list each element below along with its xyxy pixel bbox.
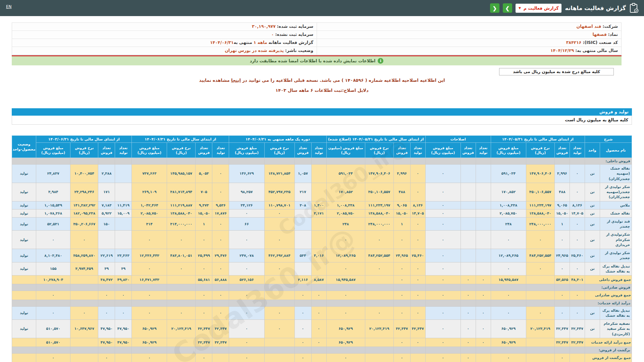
cell: ۰ [393, 291, 410, 300]
cell: ۲۴,۸۳۷ [36, 165, 70, 183]
cell [36, 284, 70, 291]
total-label: جمع فروش صادراتی [585, 291, 632, 300]
cell [115, 300, 132, 306]
cell: ۰ [229, 354, 264, 362]
cell [461, 165, 476, 183]
info-fiscal-year: سال مالی منتهی به: ۱۴۰۴/۱۲/۲۹ [317, 47, 621, 55]
cell: ۸,۵۸۷ [311, 275, 326, 284]
cell: ۲۴۸ [491, 217, 526, 230]
cell: ۴۹,۸۳۰ [115, 275, 132, 284]
next-report-button[interactable]: ❯ [503, 3, 512, 13]
cell: ۰ [264, 320, 294, 338]
cell [570, 284, 585, 291]
status-cell [12, 354, 36, 362]
cell [461, 158, 476, 165]
cell: ۲۴۷,۰۷۸ [229, 249, 264, 262]
cell: ۰ [229, 262, 264, 275]
cell: ۰ [132, 262, 167, 275]
cell [294, 262, 311, 275]
cell [526, 284, 554, 291]
cell [410, 158, 425, 165]
cell: ۳,۱۷۱ [311, 209, 326, 217]
section-label: فروش صادراتی: [585, 284, 632, 291]
cell [461, 231, 476, 249]
previous-report-button[interactable]: ❮ [490, 3, 499, 13]
product-name-cell: شکر تولیدي از چغندر(سهمیه چغندرکاران) [600, 183, 632, 201]
cell: ۰ [365, 231, 393, 249]
cell: ۰ [425, 275, 461, 284]
cell: ۰ [326, 354, 365, 362]
cell: ۱۷,۸۷۶ [212, 209, 229, 217]
cell [461, 347, 476, 354]
cell [311, 217, 326, 230]
cell: ۲۵,۴۹۹ [196, 249, 212, 262]
cell: ۲۴۸,۰۰۰,۰۰۰ [365, 217, 393, 230]
cell: ۱۵,۰۵۰ [393, 209, 410, 217]
cell [461, 209, 476, 217]
header-sub-nerkh: نرخ فروش (ریال) [264, 143, 294, 158]
cell [229, 347, 264, 354]
cell [461, 249, 476, 262]
cell: ۰ [294, 306, 311, 319]
cell: ۱۴۷,۹۰۶,۴۰۶ [365, 165, 393, 183]
cell: ۶۵۰,۹۲۹ [491, 320, 526, 338]
cell: ۱۳۸,۵۸۸,۰۴۰ [365, 209, 393, 217]
cell [115, 158, 132, 165]
cell: ۳۲,۳۴۷ [196, 320, 212, 338]
cell: ۰ [425, 262, 461, 275]
table-row: تبدیل تفاله پرک به تفاله خشکتن۰۰۰۰۰۰۰۰۰۰… [12, 306, 632, 319]
cell: ۰ [365, 262, 393, 275]
product-name-cell: تبدیل تفاله پرک به تفاله خشک [600, 262, 632, 275]
cell: ۵,۰۵۳ [196, 165, 212, 183]
header-sub-mablagh: مبلغ فروش (میلیون ریال) [425, 143, 461, 158]
header-desc: شرح [585, 136, 632, 143]
cell: ۳۲,۳۴۷ [196, 338, 212, 347]
table-row: فروش داخلی: [12, 158, 632, 165]
cell [461, 300, 476, 306]
cell [425, 347, 461, 354]
cell: ۰ [410, 291, 425, 300]
cell: ۰ [410, 183, 425, 201]
header-sub-forush: تعداد فروش [393, 143, 410, 158]
unit-cell: تن [585, 183, 600, 201]
header-group-g0631: از ابتدای سال مالی تا تاریخ ۱۴۰۴/۰۶/۳۱ [132, 136, 229, 143]
report-type-dropdown[interactable]: گزارش فعالیت م ▼ [516, 4, 562, 13]
table-row: فروش صادراتی: [12, 284, 632, 291]
header-group-eslahat: اصلاحات [425, 136, 491, 143]
cell [570, 300, 585, 306]
cell: ۰ [554, 306, 570, 319]
cell [425, 284, 461, 291]
cell: ۰ [212, 183, 229, 201]
cell: ۰ [36, 306, 70, 319]
cell [476, 347, 491, 354]
cell: ۱۵,۹۴۵,۵۸۷ [491, 275, 526, 284]
header-sub-tolid: تعداد تولید [212, 143, 229, 158]
cell: ۵۵,۶۸۱ [196, 275, 212, 284]
cell: ۰ [98, 291, 115, 300]
cell: ۵۱۰,۵۷۰ [36, 338, 70, 347]
cell: ۸,۱۳۶ [570, 201, 585, 209]
cell [196, 284, 212, 291]
cell: ۰ [491, 291, 526, 300]
cell: ۰ [570, 231, 585, 249]
cell [476, 217, 491, 230]
cell: ۵۲,۵۳۱ [36, 217, 70, 230]
cell [294, 158, 311, 165]
header-sub-tolid: تعداد تولید [410, 143, 425, 158]
cell: ۵۹۱,۰۳۴ [326, 165, 365, 183]
cell: ۳۴,۱۲۶ [229, 201, 264, 209]
cell [393, 158, 410, 165]
cell [476, 284, 491, 291]
top-bar: گزارش فعالیت ماهانه گزارش فعالیت م ▼ ❯ ❮… [0, 0, 644, 16]
info-icon: i [378, 58, 383, 64]
cell: ۱,۰۴۲,۴۶۴ [132, 201, 167, 209]
previous-version-link[interactable]: اینجا [231, 78, 241, 83]
cell: ۴۷,۹۵۰ [115, 338, 132, 347]
header-sub-forush: تعداد فروش [554, 143, 570, 158]
cell: ۵۹۱,۰۳۴ [491, 165, 526, 183]
header-group-dore: دوره یک ماهه منتهی به ۱۴۰۴/۰۶/۳۱ [229, 136, 326, 143]
cell: ۲۵,۴۶۰ [570, 249, 585, 262]
cell [461, 183, 476, 201]
language-toggle-en[interactable]: EN [6, 4, 12, 9]
cell [326, 300, 365, 306]
